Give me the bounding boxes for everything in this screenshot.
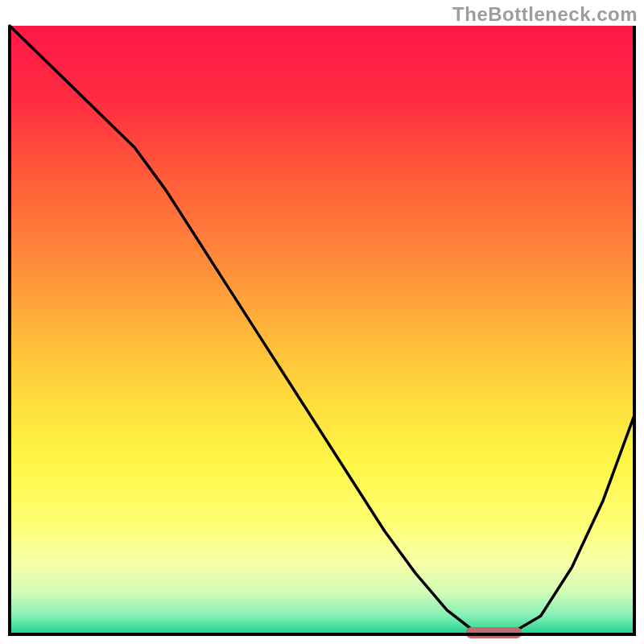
watermark-text: TheBottleneck.com bbox=[452, 3, 638, 26]
chart-stage: TheBottleneck.com bbox=[0, 0, 644, 644]
chart-svg bbox=[0, 0, 644, 644]
